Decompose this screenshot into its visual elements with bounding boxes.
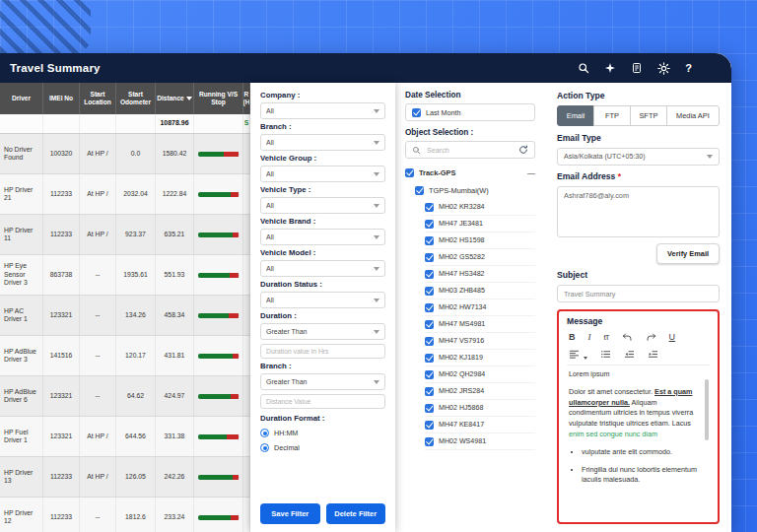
filter-value-input[interactable] bbox=[260, 344, 385, 359]
col-running-vs-stop[interactable]: Running V/S Stop bbox=[194, 83, 243, 114]
radio-dot[interactable] bbox=[260, 429, 269, 437]
checkbox-checked[interactable] bbox=[425, 220, 434, 229]
subject-input[interactable] bbox=[557, 285, 720, 302]
message-scrollbar[interactable] bbox=[705, 379, 709, 440]
underline-button[interactable]: U bbox=[669, 333, 676, 342]
object-search-input[interactable] bbox=[425, 145, 515, 156]
sort-icon[interactable] bbox=[186, 97, 192, 100]
checkbox-checked[interactable] bbox=[425, 387, 434, 396]
filter-select[interactable]: All bbox=[260, 102, 385, 119]
checkbox-checked[interactable] bbox=[425, 303, 434, 312]
table-row[interactable]: HP AdBlue Driver 3141516--120.17431.81 bbox=[0, 336, 250, 376]
radio-decimal[interactable]: Decimal bbox=[260, 443, 385, 452]
vehicle-item[interactable]: MH02 JRS284 bbox=[425, 383, 535, 400]
table-row[interactable]: HP Eye Sensor Driver 3863738--1935.61551… bbox=[0, 255, 250, 296]
favorites-icon[interactable] bbox=[604, 62, 616, 74]
save-filter-button[interactable]: Save Filter bbox=[260, 503, 320, 524]
filter-select[interactable]: All bbox=[260, 292, 385, 308]
filter-select[interactable]: All bbox=[260, 134, 385, 151]
bullet-list-icon[interactable] bbox=[600, 349, 611, 360]
vehicle-item[interactable]: MH47 HS3482 bbox=[425, 266, 535, 283]
vehicle-item[interactable]: MH47 MS4981 bbox=[425, 316, 535, 333]
align-left-icon[interactable] bbox=[569, 349, 580, 360]
col-driver[interactable]: Driver bbox=[0, 83, 43, 114]
checkbox-checked[interactable] bbox=[425, 236, 434, 245]
refresh-icon[interactable] bbox=[518, 141, 528, 159]
col-imei[interactable]: IMEI No bbox=[43, 83, 80, 114]
filter-select[interactable]: All bbox=[260, 260, 385, 277]
checkbox-checked[interactable] bbox=[425, 437, 434, 446]
table-row[interactable]: HP Fuel Driver 1123321At HP /644.56331.3… bbox=[0, 417, 250, 457]
indent-increase-icon[interactable] bbox=[648, 349, 658, 360]
table-row[interactable]: HP Driver 11112233At HP /923.37635.21 bbox=[0, 215, 250, 255]
action-tab-ftp[interactable]: FTP bbox=[593, 105, 631, 126]
filter-select[interactable]: Greater Than bbox=[260, 373, 385, 390]
vehicle-item[interactable]: MH02 HJ5868 bbox=[425, 400, 535, 417]
indent-decrease-icon[interactable] bbox=[624, 349, 635, 360]
checkbox-checked[interactable] bbox=[425, 270, 434, 279]
report-icon[interactable] bbox=[631, 62, 643, 74]
object-search-box[interactable] bbox=[405, 141, 535, 159]
email-type-select[interactable]: Asia/Kolkata (UTC+05:30) bbox=[557, 148, 720, 166]
action-tab-email[interactable]: Email bbox=[557, 105, 594, 126]
filter-select[interactable]: Greater Than bbox=[260, 323, 385, 340]
vehicle-item[interactable]: MH02 KJ1819 bbox=[425, 350, 535, 366]
help-icon[interactable]: ? bbox=[685, 63, 692, 74]
checkbox-checked[interactable] bbox=[425, 287, 434, 296]
table-row[interactable]: HP AdBlue Driver 6123321--64.62424.97 bbox=[0, 376, 250, 417]
table-row[interactable]: HP Driver 12112233--1812.6233.24 bbox=[0, 498, 250, 532]
tree-group-mumbai[interactable]: TGPS-Mumbai(W) bbox=[405, 181, 535, 199]
table-row[interactable]: No Driver Found100320At HP /0.01580.42 bbox=[0, 134, 250, 174]
vehicle-item[interactable]: MH47 JE3481 bbox=[425, 216, 535, 233]
table-row[interactable]: HP AC Driver 1123321--134.26458.34 bbox=[0, 296, 250, 336]
checkbox-checked[interactable] bbox=[425, 354, 434, 363]
checkbox-checked[interactable] bbox=[425, 320, 434, 329]
vehicle-item[interactable]: MH02 QH2984 bbox=[425, 366, 535, 383]
search-icon[interactable] bbox=[578, 62, 589, 74]
table-row[interactable]: HP Driver 13112233At HP /126.05242.26 bbox=[0, 457, 250, 498]
font-size-button[interactable]: tT bbox=[604, 334, 609, 342]
settings-gear-icon[interactable] bbox=[657, 62, 670, 75]
checkbox-checked[interactable] bbox=[412, 108, 421, 117]
radio-hhmm[interactable]: HH:MM bbox=[260, 429, 385, 437]
checkbox-checked[interactable] bbox=[425, 421, 434, 430]
vehicle-item[interactable]: MH02 KR3284 bbox=[425, 199, 535, 216]
filter-select[interactable]: All bbox=[260, 197, 385, 214]
checkbox-checked[interactable] bbox=[425, 404, 434, 413]
table-row[interactable]: HP Driver 21112233At HP /2032.041222.84 bbox=[0, 174, 250, 215]
vehicle-item[interactable]: MH03 ZHB485 bbox=[425, 283, 535, 299]
radio-dot[interactable] bbox=[260, 443, 269, 452]
redo-icon[interactable] bbox=[646, 332, 656, 343]
filter-select[interactable]: All bbox=[260, 166, 385, 182]
checkbox-checked[interactable] bbox=[425, 370, 434, 379]
main-content: Driver IMEI No Start Location Start Odom… bbox=[0, 83, 731, 532]
email-address-field[interactable]: Ashraf786@aly.com bbox=[557, 186, 720, 237]
filter-select[interactable]: All bbox=[260, 229, 385, 245]
filter-value-input[interactable] bbox=[260, 394, 385, 409]
vehicle-item[interactable]: MH02 HW7134 bbox=[425, 299, 535, 316]
vehicle-item[interactable]: MH47 VS7916 bbox=[425, 333, 535, 350]
date-selection-field[interactable]: Last Month bbox=[405, 103, 535, 121]
action-tab-media-api[interactable]: Media API bbox=[666, 105, 720, 126]
delete-filter-button[interactable]: Delete Filter bbox=[326, 503, 386, 524]
vehicle-item[interactable]: MH02 HS1598 bbox=[425, 233, 535, 249]
checkbox-checked[interactable] bbox=[415, 186, 424, 195]
vehicle-item[interactable]: MH47 KE8417 bbox=[425, 417, 535, 433]
bold-button[interactable]: B bbox=[569, 333, 576, 342]
collapse-all-icon[interactable]: — bbox=[527, 168, 535, 177]
vehicle-item[interactable]: MH02 GS5282 bbox=[425, 249, 535, 266]
italic-button[interactable]: I bbox=[588, 333, 591, 342]
checkbox-checked[interactable] bbox=[405, 168, 414, 177]
undo-icon[interactable] bbox=[622, 332, 633, 343]
message-body[interactable]: Lorem ipsum Dolor sit amet consectetur. … bbox=[567, 366, 710, 517]
col-start-odometer[interactable]: Start Odometer bbox=[116, 83, 156, 114]
checkbox-checked[interactable] bbox=[425, 337, 434, 346]
checkbox-checked[interactable] bbox=[425, 203, 434, 212]
tree-root-trackgps[interactable]: Track-GPS — bbox=[405, 164, 535, 181]
action-tab-sftp[interactable]: SFTP bbox=[630, 105, 667, 126]
verify-email-button[interactable]: Verify Email bbox=[656, 243, 720, 264]
col-distance[interactable]: Distance bbox=[156, 83, 194, 114]
col-start-location[interactable]: Start Location bbox=[80, 83, 116, 114]
vehicle-item[interactable]: MH02 WS4981 bbox=[425, 433, 535, 450]
checkbox-checked[interactable] bbox=[425, 253, 434, 262]
